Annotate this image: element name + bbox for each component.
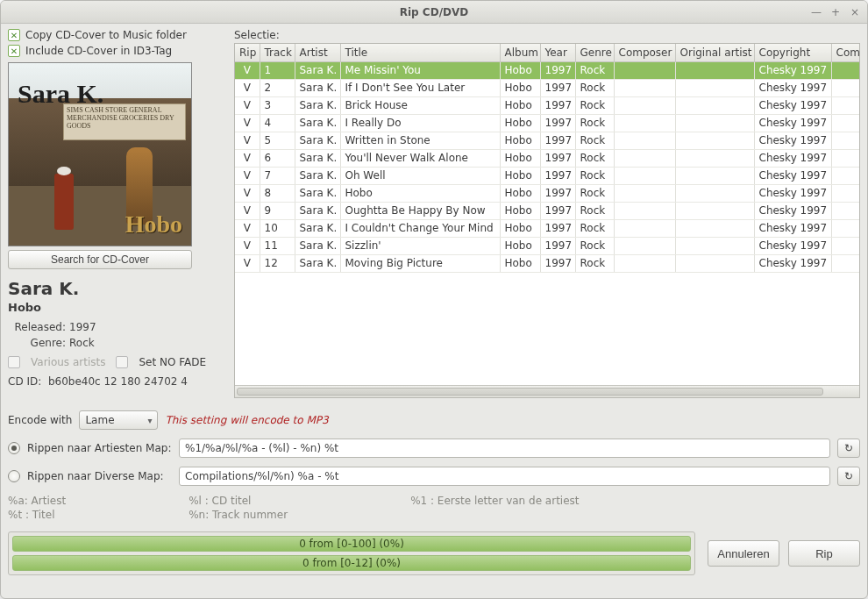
table-cell[interactable] — [831, 254, 860, 272]
table-cell[interactable]: V — [235, 202, 260, 219]
table-cell[interactable] — [614, 132, 675, 149]
table-cell[interactable] — [831, 61, 860, 79]
artist-map-reset-button[interactable]: ↻ — [837, 439, 860, 458]
column-header[interactable]: Original artist — [675, 44, 754, 61]
table-cell[interactable] — [614, 114, 675, 132]
column-header[interactable]: Comm — [831, 44, 860, 61]
rip-button[interactable]: Rip — [788, 540, 860, 567]
table-cell[interactable]: 5 — [260, 132, 295, 149]
table-row[interactable]: V4Sara K.I Really DoHobo1997RockChesky 1… — [235, 114, 860, 132]
table-cell[interactable] — [614, 61, 675, 79]
cancel-button[interactable]: Annuleren — [708, 540, 779, 567]
include-cover-checkbox[interactable]: ✕ — [8, 45, 20, 57]
table-cell[interactable]: 1997 — [540, 114, 575, 132]
table-cell[interactable]: Rock — [575, 254, 614, 272]
copy-cover-checkbox[interactable]: ✕ — [8, 29, 20, 41]
diverse-map-radio[interactable] — [8, 470, 20, 482]
table-cell[interactable] — [614, 202, 675, 219]
diverse-map-reset-button[interactable]: ↻ — [837, 467, 860, 486]
table-cell[interactable] — [675, 237, 754, 254]
table-cell[interactable]: 1997 — [540, 184, 575, 202]
table-cell[interactable]: Sara K. — [295, 254, 340, 272]
table-cell[interactable]: Sara K. — [295, 79, 340, 96]
table-row[interactable]: V11Sara K.Sizzlin'Hobo1997RockChesky 199… — [235, 237, 860, 254]
table-cell[interactable] — [614, 254, 675, 272]
table-cell[interactable]: Written in Stone — [340, 132, 500, 149]
table-cell[interactable]: Rock — [575, 237, 614, 254]
table-cell[interactable]: Chesky 1997 — [754, 254, 831, 272]
horizontal-scrollbar[interactable] — [235, 385, 859, 397]
table-cell[interactable]: V — [235, 132, 260, 149]
table-cell[interactable] — [614, 184, 675, 202]
table-cell[interactable]: Hobo — [500, 202, 540, 219]
table-cell[interactable] — [614, 79, 675, 96]
search-cover-button[interactable]: Search for CD-Cover — [8, 250, 192, 269]
table-cell[interactable]: Chesky 1997 — [754, 219, 831, 237]
table-cell[interactable] — [675, 184, 754, 202]
table-cell[interactable]: Rock — [575, 61, 614, 79]
table-cell[interactable]: I Couldn't Change Your Mind — [340, 219, 500, 237]
table-cell[interactable] — [614, 237, 675, 254]
column-header[interactable]: Title — [340, 44, 500, 61]
table-cell[interactable]: 1997 — [540, 79, 575, 96]
table-row[interactable]: V10Sara K.I Couldn't Change Your MindHob… — [235, 219, 860, 237]
table-cell[interactable]: Rock — [575, 184, 614, 202]
table-cell[interactable]: Hobo — [500, 61, 540, 79]
table-cell[interactable] — [675, 167, 754, 184]
table-cell[interactable]: Chesky 1997 — [754, 237, 831, 254]
table-row[interactable]: V1Sara K.Me Missin' YouHobo1997RockChesk… — [235, 61, 860, 79]
table-cell[interactable] — [831, 184, 860, 202]
diverse-map-input[interactable]: Compilations/%l/%n) %a - %t — [179, 467, 830, 486]
table-cell[interactable]: Sara K. — [295, 96, 340, 114]
table-cell[interactable]: Hobo — [500, 184, 540, 202]
table-cell[interactable]: Sara K. — [295, 237, 340, 254]
table-cell[interactable] — [675, 79, 754, 96]
table-cell[interactable]: 1997 — [540, 202, 575, 219]
table-cell[interactable] — [831, 167, 860, 184]
table-cell[interactable]: Sara K. — [295, 114, 340, 132]
table-cell[interactable]: 2 — [260, 79, 295, 96]
table-cell[interactable] — [831, 219, 860, 237]
table-cell[interactable] — [831, 132, 860, 149]
table-cell[interactable]: Rock — [575, 219, 614, 237]
table-cell[interactable]: If I Don't See You Later — [340, 79, 500, 96]
table-cell[interactable] — [675, 61, 754, 79]
close-icon[interactable]: × — [848, 5, 862, 19]
table-cell[interactable]: Sara K. — [295, 219, 340, 237]
table-row[interactable]: V5Sara K.Written in StoneHobo1997RockChe… — [235, 132, 860, 149]
table-cell[interactable]: Chesky 1997 — [754, 79, 831, 96]
table-cell[interactable]: Sara K. — [295, 184, 340, 202]
table-cell[interactable] — [675, 149, 754, 167]
table-cell[interactable]: V — [235, 114, 260, 132]
table-cell[interactable]: 8 — [260, 184, 295, 202]
table-cell[interactable] — [675, 114, 754, 132]
table-cell[interactable]: V — [235, 237, 260, 254]
table-cell[interactable]: V — [235, 61, 260, 79]
table-row[interactable]: V7Sara K.Oh WellHobo1997RockChesky 1997 — [235, 167, 860, 184]
table-cell[interactable]: 1997 — [540, 167, 575, 184]
table-cell[interactable]: Chesky 1997 — [754, 61, 831, 79]
table-cell[interactable]: 1 — [260, 61, 295, 79]
column-header[interactable]: Copyright — [754, 44, 831, 61]
table-cell[interactable]: V — [235, 79, 260, 96]
table-cell[interactable]: Rock — [575, 202, 614, 219]
table-cell[interactable]: V — [235, 96, 260, 114]
table-cell[interactable] — [831, 96, 860, 114]
table-cell[interactable]: Hobo — [500, 167, 540, 184]
table-cell[interactable]: Chesky 1997 — [754, 184, 831, 202]
table-cell[interactable]: Chesky 1997 — [754, 114, 831, 132]
artist-map-input[interactable]: %1/%a/%l/%a - (%l) - %n) %t — [179, 439, 830, 458]
table-cell[interactable]: Rock — [575, 167, 614, 184]
table-cell[interactable]: 1997 — [540, 254, 575, 272]
table-cell[interactable]: 4 — [260, 114, 295, 132]
table-cell[interactable] — [831, 114, 860, 132]
table-row[interactable]: V8Sara K.HoboHobo1997RockChesky 1997 — [235, 184, 860, 202]
table-cell[interactable]: 1997 — [540, 219, 575, 237]
table-cell[interactable]: Chesky 1997 — [754, 149, 831, 167]
table-cell[interactable]: Chesky 1997 — [754, 96, 831, 114]
table-cell[interactable]: 1997 — [540, 149, 575, 167]
table-row[interactable]: V6Sara K.You'll Never Walk AloneHobo1997… — [235, 149, 860, 167]
table-cell[interactable]: Hobo — [500, 96, 540, 114]
table-cell[interactable]: Sara K. — [295, 202, 340, 219]
table-cell[interactable] — [675, 132, 754, 149]
